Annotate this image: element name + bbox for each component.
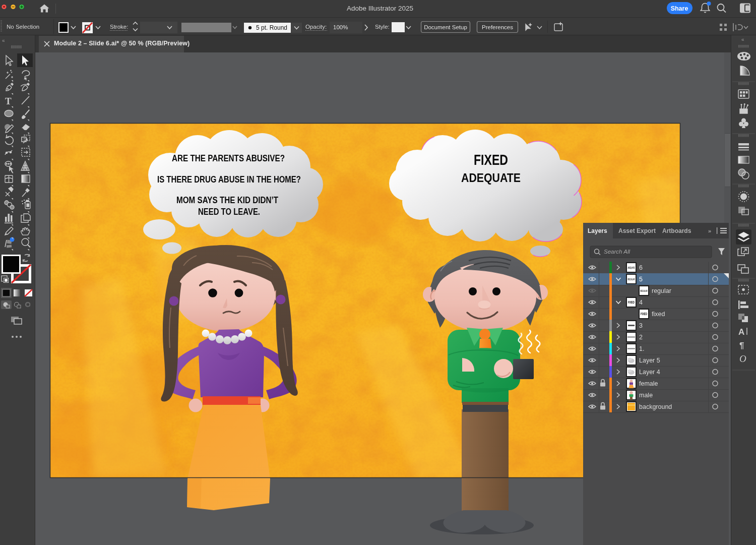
svg-text:Artboards: Artboards	[662, 227, 691, 234]
svg-text:IS THERE DRUG ABUSE IN THE HOM: IS THERE DRUG ABUSE IN THE HOME?	[157, 174, 301, 185]
svg-text:NEED TO LEAVE.: NEED TO LEAVE.	[198, 206, 260, 217]
svg-text:male: male	[639, 392, 653, 399]
svg-text:background: background	[639, 403, 672, 410]
svg-text:Preferences: Preferences	[482, 24, 513, 30]
svg-text:FIXED: FIXED	[641, 312, 647, 316]
svg-text:O: O	[739, 353, 746, 364]
svg-text:Document Setup: Document Setup	[424, 24, 467, 30]
svg-text:4: 4	[639, 299, 643, 306]
svg-text:¶: ¶	[739, 341, 744, 350]
svg-text:5 pt. Round: 5 pt. Round	[256, 24, 287, 31]
svg-text:ADEQUATE: ADEQUATE	[461, 171, 521, 185]
svg-text:A: A	[738, 327, 744, 337]
svg-text:2: 2	[639, 334, 643, 341]
svg-text:REGULAR: REGULAR	[628, 278, 635, 281]
svg-text:MOM SAYS THE KID DIDN’T: MOM SAYS THE KID DIDN’T	[176, 195, 278, 205]
svg-text:No Selection: No Selection	[7, 24, 39, 30]
svg-text:fixed: fixed	[652, 311, 665, 318]
svg-text:«: «	[2, 38, 5, 43]
svg-text:100%: 100%	[333, 24, 348, 30]
svg-text:FIXED: FIXED	[474, 151, 508, 168]
svg-text:Stroke:: Stroke:	[110, 24, 128, 30]
svg-text:Opacity:: Opacity:	[305, 24, 327, 30]
svg-text:Share: Share	[671, 5, 688, 12]
svg-text:5: 5	[639, 276, 643, 283]
svg-text:Style:: Style:	[375, 24, 390, 30]
svg-text:Layer 5: Layer 5	[639, 357, 660, 364]
svg-text:ADEQUATE: ADEQUATE	[628, 266, 635, 269]
svg-text:FIXED: FIXED	[628, 300, 635, 304]
svg-text:Layers: Layers	[588, 227, 607, 234]
svg-text:REGULAR: REGULAR	[641, 289, 648, 292]
svg-text:6: 6	[639, 264, 643, 271]
svg-text:Asset Export: Asset Export	[618, 227, 656, 234]
svg-text:«: «	[741, 37, 744, 42]
svg-text:T: T	[5, 96, 12, 106]
svg-text:1.: 1.	[639, 345, 644, 352]
svg-text:3: 3	[639, 322, 643, 329]
svg-text:regular: regular	[652, 287, 671, 294]
svg-text:Layer 4: Layer 4	[639, 369, 660, 376]
svg-text:»: »	[708, 228, 711, 234]
svg-text:Adobe Illustrator 2025: Adobe Illustrator 2025	[347, 5, 413, 12]
svg-text:female: female	[639, 380, 658, 387]
svg-text:ARE THE PARENTS ABUSIVE?: ARE THE PARENTS ABUSIVE?	[172, 153, 285, 163]
svg-text:Search All: Search All	[604, 249, 630, 255]
